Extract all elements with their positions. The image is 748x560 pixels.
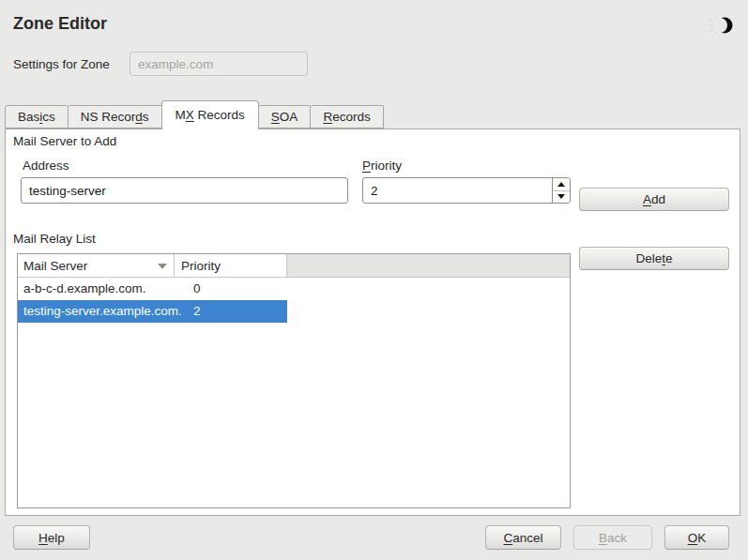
mail-server-header-label: Mail Server	[23, 259, 87, 273]
delete-button[interactable]: Delete	[579, 247, 729, 270]
priority-spinbox	[362, 177, 571, 204]
mail-relay-table: Mail Server Priority a-b-c-d.example.com…	[17, 253, 571, 508]
column-header-priority[interactable]: Priority	[175, 254, 287, 277]
zone-editor-dialog: { "palette": { "page_bg": "#e9e9e7", "pa…	[0, 0, 748, 560]
sort-descending-icon	[158, 264, 167, 269]
table-row[interactable]: a-b-c-d.example.com. 0	[18, 278, 570, 300]
mail-server-cell: a-b-c-d.example.com.	[18, 278, 176, 300]
mail-relay-list-title: Mail Relay List	[13, 232, 96, 246]
column-header-mail-server[interactable]: Mail Server	[18, 254, 175, 277]
settings-for-zone-label: Settings for Zone	[13, 57, 110, 71]
priority-header-label: Priority	[181, 259, 221, 273]
spin-down-button[interactable]	[553, 191, 570, 204]
tab-basics[interactable]: Basics	[5, 105, 69, 129]
arrow-down-icon	[557, 194, 565, 199]
header-filler	[287, 254, 570, 277]
mail-server-cell: testing-server.example.com.	[18, 300, 176, 323]
table-header: Mail Server Priority	[18, 254, 570, 278]
priority-input[interactable]	[363, 178, 552, 203]
zone-name-field[interactable]	[130, 52, 308, 76]
spin-buttons	[552, 178, 570, 203]
tab-ns-records[interactable]: NS Records	[69, 105, 162, 129]
moon-sun-theme-icon	[707, 10, 737, 40]
table-row-selected[interactable]: testing-server.example.com. 2	[18, 300, 570, 323]
back-button[interactable]: Back	[573, 525, 652, 550]
spin-up-button[interactable]	[553, 178, 570, 191]
add-button[interactable]: Add	[579, 188, 729, 211]
tab-soa[interactable]: SOA	[259, 105, 312, 129]
page-title: Zone Editor	[13, 14, 107, 34]
ok-button[interactable]: OK	[664, 525, 729, 550]
tab-mx-records[interactable]: MX Records	[161, 100, 259, 129]
help-button[interactable]: Help	[13, 525, 90, 550]
arrow-up-icon	[557, 182, 565, 187]
tab-records[interactable]: Records	[311, 105, 383, 129]
priority-cell: 0	[176, 278, 201, 300]
address-label: Address	[23, 159, 69, 173]
mail-server-to-add-title: Mail Server to Add	[13, 134, 116, 148]
priority-label: Priority	[362, 159, 402, 173]
cancel-button[interactable]: Cancel	[485, 525, 561, 550]
priority-cell: 2	[176, 300, 201, 323]
address-input[interactable]	[21, 177, 348, 204]
tab-bar: Basics NS Records MX Records SOA Records	[5, 100, 384, 129]
